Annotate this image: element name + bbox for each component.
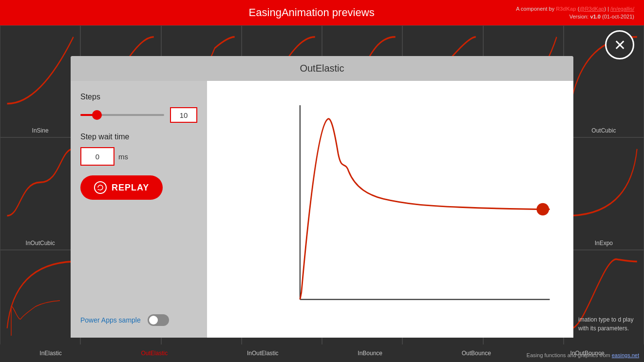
bottom-label-outbounce: OutBounce [462,350,491,357]
slider-thumb[interactable] [92,110,102,120]
bottom-label-inelastic: InElastic [39,350,61,357]
bottom-label-outelastic: OutElastic [141,350,168,357]
left-panel: Steps Step wait time ms [71,81,207,338]
desc-text: imation type to d play with its paramete… [578,315,639,333]
close-icon: ✕ [614,37,626,54]
bg-cell-insine: InSine [0,25,80,137]
bg-cell-inexpo: InExpo [564,137,644,249]
info-sep2: ) [604,6,606,12]
bg-label-insine: InSine [32,127,49,134]
bottom-label-inoutelastic: InOutElastic [247,350,279,357]
power-apps-label: Power Apps sample [80,316,141,324]
info-by-text: A component by [516,6,556,12]
author-name: R3dKap [556,6,576,12]
toggle-knob [149,316,158,324]
header-info: A component by R3dKap (@R3dKap) | /in/eg… [516,5,634,21]
chart-container [217,91,564,328]
wait-row: ms [80,147,197,166]
steps-control: Steps [80,93,197,123]
wait-unit: ms [118,152,128,161]
svg-point-3 [536,203,549,216]
bg-label-outcubic: OutCubic [591,127,616,134]
author-link2[interactable]: /in/egallis/ [610,6,634,12]
slider-row [80,107,197,123]
wait-label: Step wait time [80,133,197,141]
author-link1[interactable]: @R3dKap [580,6,605,12]
wait-control: Step wait time ms [80,133,197,166]
replay-label: REPLAY [112,183,149,193]
replay-button[interactable]: REPLAY [80,175,163,200]
steps-input[interactable] [170,107,197,123]
close-button[interactable]: ✕ [605,30,634,59]
steps-slider[interactable] [80,114,164,116]
bottom-label-inbounce: InBounce [358,350,382,357]
modal-title: OutElastic [300,63,344,74]
bg-cell-inoutcubic: InOutCubic [0,137,80,249]
power-apps-toggle[interactable] [148,314,169,326]
modal-body: Steps Step wait time ms [71,81,573,338]
modal: OutElastic Steps Step wait time ms [71,56,573,338]
footer-text: Easing functions and graphics from [527,352,612,358]
svg-marker-0 [97,189,99,190]
power-apps-row: Power Apps sample [80,314,197,326]
replay-icon [94,181,107,194]
info-version: Version: v1.0 (01-oct-2021) [569,14,634,19]
version-bold: v1.0 [590,14,600,19]
wait-input[interactable] [80,147,114,166]
footer-credit: Easing functions and graphics from easin… [527,352,639,358]
chart-panel [207,81,573,338]
inelastic-preview [0,281,71,344]
modal-header: OutElastic [71,56,573,81]
bg-label-inexpo: InExpo [595,240,613,247]
steps-label: Steps [80,93,197,101]
footer-link[interactable]: easings.net [612,352,639,358]
right-description: imation type to d play with its paramete… [573,310,644,338]
bg-label-inoutcubic: InOutCubic [26,240,55,247]
header: EasingAnimation previews A component by … [0,0,644,25]
header-title: EasingAnimation previews [107,6,516,19]
easing-chart [217,91,564,328]
